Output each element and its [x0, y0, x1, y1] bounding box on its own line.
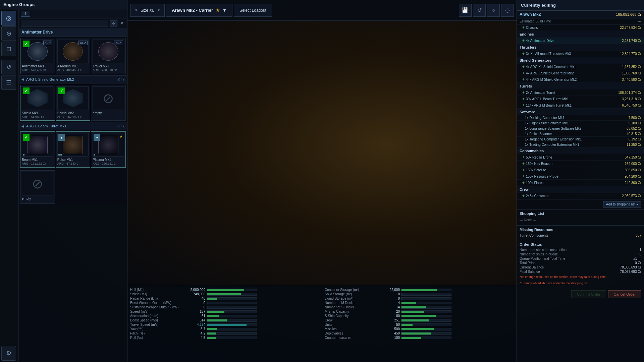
crew-0-icon[interactable]: +: [522, 193, 525, 198]
sw-5[interactable]: 1x Trading Computer Extension Mk1 11,250…: [517, 142, 644, 147]
engine-item-0[interactable]: + 4x Antimatter Drive 2,281,740 Cr: [517, 38, 644, 44]
add-shopping-label: Add to shopping list: [606, 202, 635, 206]
thruster-item-0[interactable]: + 3x XL All-round Thrusters Mk3 12,894,7…: [517, 51, 644, 57]
sw-4-name: 1x Targeting Computer Extension Mk1: [522, 137, 629, 141]
nav-icon-home[interactable]: ◎: [1, 11, 16, 25]
cons-0-icon[interactable]: +: [522, 155, 525, 160]
shield-image-1: ✓: [57, 86, 89, 110]
turret-item-0[interactable]: + 2x Antimatter Turret 106,601,374 Cr: [517, 89, 644, 96]
weapon-image-2: ▼ ★: [93, 133, 124, 157]
sw-4[interactable]: 1x Targeting Computer Extension Mk1 8,19…: [517, 137, 644, 142]
beam-count: 7 / 7: [118, 124, 124, 128]
weapon-card-2[interactable]: ▼ ★ Plasma Mk1 ARG - 120,921 Cr: [91, 131, 126, 168]
shield-gen-item-0[interactable]: + 4x ARG XL Shield Generator Mk1 1,187,8…: [517, 64, 644, 70]
nav-icon-menu[interactable]: ☰: [1, 75, 16, 90]
nav-icon-add[interactable]: ⊕: [1, 26, 16, 41]
cons-3[interactable]: + 150x Resource Probe 964,200 Cr: [517, 173, 644, 180]
nav-icon-settings[interactable]: ⚙: [1, 346, 16, 361]
ship-name-btn[interactable]: Arawn Mk2 - Carrier ★ ▼: [166, 4, 232, 17]
stat-units: Units 50: [325, 323, 514, 326]
stat-pitch-value: 4.2: [189, 331, 205, 335]
sw-3-name: 1x Police Scanner: [522, 132, 627, 136]
shield-card-1[interactable]: ✓ Shield Mk2 ARG - 267,192 Cr: [56, 85, 91, 121]
undo-btn[interactable]: ↺: [473, 4, 486, 17]
target-btn[interactable]: ◌: [501, 4, 514, 17]
turret-0-icon[interactable]: +: [522, 90, 525, 95]
turret-2-icon[interactable]: +: [522, 103, 525, 108]
search-input[interactable]: [21, 20, 108, 26]
shield-gen-title: Shield Generators: [520, 58, 641, 62]
antimatter-section-header: Antimatter Drive: [19, 28, 127, 37]
cancel-order-btn[interactable]: Cancel Order: [608, 290, 641, 298]
cons-2-icon[interactable]: +: [522, 168, 525, 172]
shield-gen-item-2[interactable]: + 44x ARG M Shield Generator Mk2 3,440,5…: [517, 76, 644, 83]
stat-countermeasures-bar: [401, 337, 451, 339]
cons-4-icon[interactable]: +: [522, 180, 525, 185]
add-shopping-btn[interactable]: Add to shopping list ▸: [603, 201, 641, 207]
cons-4[interactable]: + 100x Flares 242,300 Cr: [517, 180, 644, 186]
turret-1-icon[interactable]: +: [522, 97, 525, 101]
xl-badge-2: XL↗: [114, 41, 123, 45]
stat-container-bar: [401, 289, 451, 291]
bottom-panel: Hull (MJ) 2,000,000 Shield (MJ) 748,000 …: [127, 285, 517, 362]
stat-deployables-value: 450: [383, 331, 400, 335]
nav-icon-grid[interactable]: ⊡: [1, 42, 16, 56]
stat-roll-label: Roll (°/s): [130, 336, 187, 340]
cons-1[interactable]: + 150x Nav Beacon 169,000 Cr: [517, 161, 644, 167]
crew-0[interactable]: + 248x Crewman 2,069,573 Cr: [517, 193, 644, 199]
shield-gen-0-icon[interactable]: +: [522, 64, 525, 69]
search-close-btn[interactable]: ✕: [119, 21, 125, 26]
engine-card-2[interactable]: XL↗ Travel Mk1 ARG - 420,610 Cr: [91, 38, 126, 74]
shield-card-0[interactable]: ✓ Shield Mk1 ARG - 54,963 Cr: [20, 85, 55, 121]
shield-card-empty[interactable]: ⊘ empty: [91, 85, 126, 121]
sw-1[interactable]: 1x Flight Assist Software Mk1 9,100 Cr: [517, 121, 644, 126]
beam-group-header[interactable]: ◀ ARG L Beam Turret Mk1 7 / 7: [19, 122, 127, 130]
stat-s-cap: S Ship Capacity 80: [325, 314, 514, 318]
save-btn[interactable]: 💾: [459, 4, 472, 17]
sw-0[interactable]: 1x Docking Computer Mk1 7,500 Cr: [517, 115, 644, 121]
shield-gen-2-icon[interactable]: +: [522, 77, 525, 82]
engine-card-0[interactable]: ✓ XL↗ Antimatter Mk1 ARG - 570,435 Cr: [20, 38, 55, 74]
shield-image-0: ✓: [22, 86, 53, 110]
tab-number[interactable]: 1: [21, 11, 30, 17]
engine-item-0-icon[interactable]: +: [522, 38, 525, 43]
cons-3-price: 964,200 Cr: [625, 175, 641, 178]
stat-crew-bar: [401, 319, 451, 322]
sw-3[interactable]: 1x Police Scanner 40,815 Cr: [517, 131, 644, 137]
shield-check-1: ✓: [58, 87, 65, 94]
size-dropdown[interactable]: ▼ Size XL ▼: [130, 4, 165, 17]
weapon-card-empty[interactable]: ⊘ empty: [20, 170, 55, 204]
confirm-order-btn[interactable]: Confirm Order: [571, 290, 606, 298]
shield-gen-1-icon[interactable]: +: [522, 71, 525, 75]
cons-3-icon[interactable]: +: [522, 174, 525, 179]
weapon-card-1[interactable]: ▼ Pulse Mk1 ARG - 67,633 Cr: [56, 131, 91, 168]
cons-1-icon[interactable]: +: [522, 161, 525, 166]
thruster-item-0-icon[interactable]: +: [522, 51, 525, 56]
search-settings-btn[interactable]: ⚙: [110, 20, 117, 26]
chassis-expand-icon[interactable]: +: [522, 25, 525, 30]
cons-2[interactable]: + 150x Satellite 806,850 Cr: [517, 167, 644, 173]
stat-radar-value: 40: [189, 297, 205, 300]
build-time-label: Estimated Build Time: [520, 19, 551, 23]
sw-0-price: 7,500 Cr: [629, 116, 641, 120]
shield-group-header[interactable]: ◀ ARG L Shield Generator Mk2 2 / 2: [19, 75, 127, 83]
stat-boost-label: Boost Speed (m/s): [130, 318, 187, 322]
cons-0[interactable]: + 50x Repair Drone 647,150 Cr: [517, 154, 644, 161]
turret-item-2[interactable]: + 114x ARG M Beam Turret Mk1 6,540,750 C…: [517, 102, 644, 109]
engine-card-1[interactable]: XL↗ All-round Mk1 ARG - 400,455 Cr: [56, 38, 91, 74]
stat-sustained: Sustained Weapon Output (MW) 0: [130, 305, 319, 309]
loadout-btn[interactable]: Select Loadout: [234, 4, 272, 17]
stat-m-docks-label: Number of M Docks: [325, 301, 382, 305]
nav-icon-rotate[interactable]: ↺: [1, 60, 16, 74]
weapon-label-2: Plasma Mk1 ARG - 120,921 Cr: [93, 158, 124, 166]
stat-radar-bar: [207, 297, 257, 300]
xl-badge-0: XL↗: [43, 41, 52, 45]
weapon-card-0[interactable]: ✓ Beam Mk1 ARG - 171,122 Cr: [20, 131, 55, 168]
sw-2[interactable]: 1x Long-range Scanner Software Mk2 65,05…: [517, 126, 644, 131]
circle-btn[interactable]: ○: [487, 4, 500, 17]
turret-item-1[interactable]: + 39x ARG L Beam Turret Mk1 3,251,318 Cr: [517, 96, 644, 102]
shield-gen-item-1[interactable]: + 4x ARG L Shield Generator Mk2 1,068,76…: [517, 70, 644, 76]
shield-card-label-empty: empty: [93, 111, 124, 115]
stat-solid-bar: [401, 293, 451, 296]
chassis-row[interactable]: + Chassis 22,747,534 Cr: [517, 24, 644, 31]
